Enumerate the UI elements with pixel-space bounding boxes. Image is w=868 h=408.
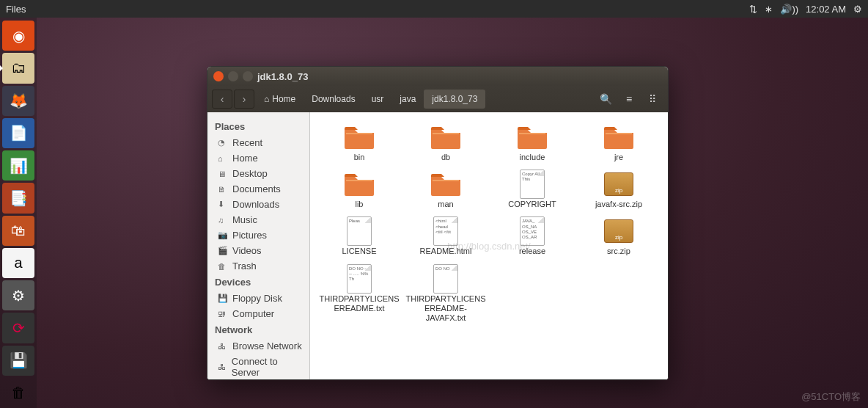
- file-item-include[interactable]: include: [489, 121, 575, 165]
- sidebar-item-label: Floppy Disk: [232, 293, 282, 304]
- sidebar-head-places: Places: [207, 118, 309, 135]
- text-icon: DO NO: [430, 266, 462, 292]
- window-maximize-button[interactable]: [243, 71, 253, 81]
- unity-launcher: ◉🗂🦊📄📊📑🛍a⚙⟳💾🗑: [0, 18, 37, 408]
- file-label: bin: [354, 153, 365, 162]
- breadcrumb-java[interactable]: java: [391, 90, 424, 109]
- file-label: release: [519, 247, 545, 256]
- desktop-icon: 🖥: [218, 170, 228, 178]
- breadcrumb-label: java: [400, 94, 416, 104]
- watermark: @51CTO博客: [801, 390, 861, 404]
- file-item-javafx-src-zip[interactable]: zipjavafx-src.zip: [575, 168, 662, 212]
- sidebar-item-videos[interactable]: 🎬Videos: [207, 243, 309, 258]
- file-item-license[interactable]: PleasLICENSE: [316, 215, 402, 259]
- launcher-software-updater[interactable]: ⟳: [2, 313, 34, 343]
- launcher-calc[interactable]: 📊: [2, 150, 34, 181]
- file-item-readme-html[interactable]: <html <head <titl </titREADME.html: [402, 215, 489, 259]
- launcher-software-center[interactable]: 🛍: [2, 216, 34, 246]
- list-view-button[interactable]: ≡: [618, 90, 640, 109]
- sidebar: Places◔Recent⌂Home🖥Desktop🗎Documents⬇Dow…: [207, 112, 310, 379]
- file-item-db[interactable]: db: [402, 121, 489, 165]
- launcher-trash[interactable]: 🗑: [2, 378, 34, 408]
- sidebar-item-downloads[interactable]: ⬇Downloads: [207, 197, 309, 212]
- sidebar-item-browse-network[interactable]: 🖧Browse Network: [207, 338, 309, 354]
- svg-rect-5: [433, 180, 459, 181]
- sidebar-item-label: Videos: [232, 245, 262, 256]
- clock[interactable]: 12:02 AM: [806, 4, 846, 15]
- search-button[interactable]: 🔍: [595, 90, 617, 109]
- folder-icon: [343, 124, 375, 150]
- bluetooth-indicator[interactable]: ∗: [765, 4, 773, 15]
- sidebar-item-music[interactable]: ♫Music: [207, 212, 309, 227]
- music-icon: ♫: [218, 216, 228, 225]
- text-icon: Pleas: [343, 218, 375, 244]
- window-minimize-button[interactable]: [228, 71, 238, 81]
- launcher-disk[interactable]: 💾: [2, 346, 34, 376]
- launcher-ubuntu-dash[interactable]: ◉: [2, 21, 34, 51]
- file-label: db: [441, 153, 450, 162]
- breadcrumb-usr[interactable]: usr: [364, 90, 392, 109]
- folder-icon: [516, 124, 548, 150]
- launcher-amazon[interactable]: a: [2, 248, 34, 278]
- zip-icon: zip: [603, 218, 635, 244]
- file-item-copyright[interactable]: Copyr All r ThisCOPYRIGHT: [489, 168, 575, 212]
- nautilus-window: jdk1.8.0_73 ‹ › ⌂HomeDownloadsusrjavajdk…: [207, 66, 669, 380]
- breadcrumb-downloads[interactable]: Downloads: [304, 90, 363, 109]
- breadcrumb-label: jdk1.8.0_73: [432, 94, 477, 104]
- sidebar-item-floppy-disk[interactable]: 💾Floppy Disk: [207, 291, 309, 306]
- file-item-lib[interactable]: lib: [316, 168, 402, 212]
- window-title: jdk1.8.0_73: [257, 71, 308, 82]
- sidebar-head-devices: Devices: [207, 274, 309, 291]
- file-item-man[interactable]: man: [402, 168, 489, 212]
- forward-button[interactable]: ›: [234, 90, 254, 109]
- file-label: README.html: [420, 247, 472, 256]
- launcher-impress[interactable]: 📑: [2, 183, 34, 213]
- floppy-disk-icon: 💾: [218, 294, 228, 303]
- sidebar-item-pictures[interactable]: 📷Pictures: [207, 227, 309, 243]
- folder-icon: [343, 171, 375, 197]
- launcher-files-app[interactable]: 🗂: [2, 53, 34, 83]
- breadcrumb-jdk1.8.0_73[interactable]: jdk1.8.0_73: [424, 90, 485, 109]
- file-label: COPYRIGHT: [508, 200, 556, 209]
- file-grid[interactable]: bindbincludejrelibmanCopyr All r ThisCOP…: [310, 112, 668, 379]
- breadcrumb-label: Home: [272, 94, 295, 104]
- launcher-writer[interactable]: 📄: [2, 118, 34, 148]
- sidebar-item-label: Trash: [232, 261, 257, 272]
- sidebar-item-label: Home: [232, 153, 258, 164]
- launcher-settings[interactable]: ⚙: [2, 280, 34, 310]
- file-item-release[interactable]: JAVA_ OS_NA OS_VE OS_ARrelease: [489, 215, 575, 259]
- home-icon: ⌂: [218, 154, 228, 163]
- file-label: src.zip: [607, 247, 630, 256]
- back-button[interactable]: ‹: [212, 90, 232, 109]
- file-item-thirdpartylicensereadme-javafx-txt[interactable]: DO NOTHIRDPARTYLICENSEREADME-JAVAFX.txt: [402, 263, 489, 327]
- downloads-icon: ⬇: [218, 200, 228, 209]
- file-item-thirdpartylicensereadme-txt[interactable]: DO NO ----- ..... %% ThTHIRDPARTYLICENSE…: [316, 263, 402, 327]
- file-label: javafx-src.zip: [595, 200, 642, 209]
- system-gear-icon[interactable]: ⚙: [853, 4, 862, 15]
- text-icon: DO NO ----- ..... %% Th: [343, 266, 375, 292]
- network-indicator[interactable]: ⇅: [749, 4, 757, 15]
- breadcrumb-home[interactable]: ⌂Home: [256, 90, 304, 109]
- toolbar: ‹ › ⌂HomeDownloadsusrjavajdk1.8.0_73 🔍 ≡…: [207, 86, 668, 112]
- icon-view-button[interactable]: ⠿: [641, 90, 663, 109]
- breadcrumb-label: usr: [372, 94, 384, 104]
- window-close-button[interactable]: [213, 71, 224, 81]
- sidebar-item-computer[interactable]: 🖳Computer: [207, 306, 309, 321]
- file-item-jre[interactable]: jre: [575, 121, 662, 165]
- sidebar-item-recent[interactable]: ◔Recent: [207, 135, 309, 150]
- sidebar-item-home[interactable]: ⌂Home: [207, 150, 309, 166]
- sidebar-item-trash[interactable]: 🗑Trash: [207, 258, 309, 274]
- sidebar-item-label: Music: [232, 214, 257, 225]
- launcher-firefox[interactable]: 🦊: [2, 86, 34, 116]
- titlebar[interactable]: jdk1.8.0_73: [207, 67, 668, 86]
- top-menubar: Files ⇅ ∗ 🔊)) 12:02 AM ⚙: [0, 0, 868, 18]
- folder-icon: [430, 124, 462, 150]
- sidebar-item-label: Pictures: [232, 230, 267, 241]
- sound-indicator[interactable]: 🔊)): [780, 4, 798, 15]
- file-item-bin[interactable]: bin: [316, 121, 402, 165]
- sidebar-item-documents[interactable]: 🗎Documents: [207, 181, 309, 197]
- file-item-src-zip[interactable]: zipsrc.zip: [575, 215, 662, 259]
- active-app-label: Files: [6, 4, 26, 15]
- sidebar-item-desktop[interactable]: 🖥Desktop: [207, 166, 309, 181]
- sidebar-item-connect-to-server[interactable]: 🖧Connect to Server: [207, 354, 309, 379]
